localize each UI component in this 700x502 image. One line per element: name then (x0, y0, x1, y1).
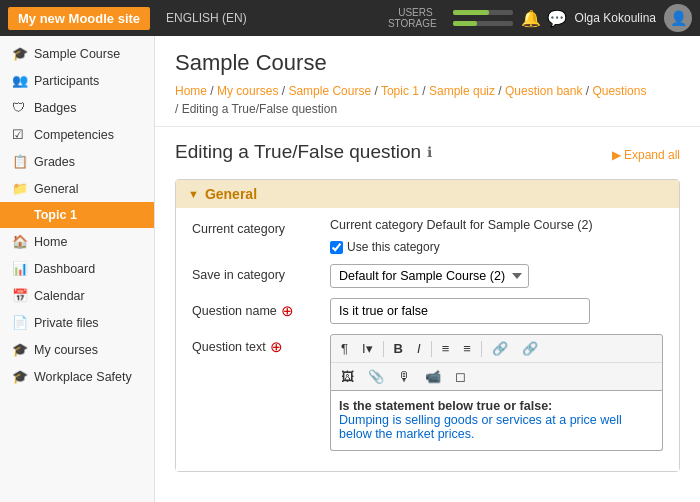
sidebar-item-label: Private files (34, 316, 99, 330)
sidebar: 🎓 Sample Course 👥 Participants 🛡 Badges … (0, 36, 155, 502)
sidebar-item-grades[interactable]: 📋 Grades (0, 148, 154, 175)
main-content: Sample Course Home / My courses / Sample… (155, 36, 700, 502)
save-in-category-select[interactable]: Default for Sample Course (2) (330, 264, 529, 288)
sidebar-item-label: Sample Course (34, 47, 120, 61)
toolbar-sep2 (431, 341, 432, 357)
general-section-header[interactable]: ▼ General (176, 180, 679, 208)
sidebar-item-label: Dashboard (34, 262, 95, 276)
question-text-label: Question text ⊕ (192, 334, 322, 356)
general-section-label: General (205, 186, 257, 202)
toolbar-bold-btn[interactable]: B (388, 338, 409, 359)
toolbar-ul-btn[interactable]: ≡ (436, 338, 456, 359)
sidebar-item-participants[interactable]: 👥 Participants (0, 67, 154, 94)
user-avatar[interactable]: 👤 (664, 4, 692, 32)
general-section: ▼ General Current category Current categ… (175, 179, 680, 472)
storage-progress-fill (453, 21, 477, 26)
sidebar-item-label: Grades (34, 155, 75, 169)
sidebar-item-general[interactable]: 📁 General (0, 175, 154, 202)
breadcrumb-home[interactable]: Home (175, 84, 207, 98)
users-progress-fill (453, 10, 489, 15)
breadcrumb-mycourses[interactable]: My courses (217, 84, 278, 98)
breadcrumb-samplecourse[interactable]: Sample Course (288, 84, 371, 98)
question-name-control (330, 298, 663, 324)
use-this-category-label[interactable]: Use this category (330, 240, 440, 254)
sidebar-item-my-courses[interactable]: 🎓 My courses (0, 336, 154, 363)
toolbar-audio-btn[interactable]: 🎙 (392, 366, 417, 387)
toolbar-italic-btn[interactable]: I (411, 338, 427, 359)
toolbar-link-btn[interactable]: 🔗 (486, 338, 514, 359)
toolbar-image-btn[interactable]: 🖼 (335, 366, 360, 387)
competencies-icon: ☑ (12, 127, 28, 142)
save-in-category-control: Default for Sample Course (2) (330, 264, 663, 288)
badges-icon: 🛡 (12, 100, 28, 115)
sidebar-item-dashboard[interactable]: 📊 Dashboard (0, 255, 154, 282)
sidebar-item-competencies[interactable]: ☑ Competencies (0, 121, 154, 148)
section-heading: Editing a True/False question ℹ (175, 141, 432, 163)
question-name-input[interactable] (330, 298, 590, 324)
sidebar-item-label: My courses (34, 343, 98, 357)
question-name-row: Question name ⊕ (192, 298, 663, 324)
required-icon-2: ⊕ (270, 338, 283, 356)
notification-bell-icon[interactable]: 🔔 (521, 9, 541, 28)
collapse-icon: ▼ (188, 188, 199, 200)
save-in-category-label: Save in category (192, 264, 322, 282)
sidebar-item-label: General (34, 182, 78, 196)
users-progress-bar (453, 10, 513, 15)
private-files-icon: 📄 (12, 315, 28, 330)
top-nav: My new Moodle site ENGLISH (EN) USERS ST… (0, 0, 700, 36)
current-category-control: Current category Default for Sample Cour… (330, 218, 663, 254)
workplace-safety-icon: 🎓 (12, 369, 28, 384)
my-courses-icon: 🎓 (12, 342, 28, 357)
sidebar-item-sample-course[interactable]: 🎓 Sample Course (0, 40, 154, 67)
editor-toolbar-row1: ¶ I▾ B I ≡ ≡ 🔗 � (331, 335, 662, 363)
breadcrumb-samplequiz[interactable]: Sample quiz (429, 84, 495, 98)
main-layout: 🎓 Sample Course 👥 Participants 🛡 Badges … (0, 36, 700, 502)
top-nav-icons: 🔔 💬 (521, 9, 567, 28)
toolbar-format-btn[interactable]: I▾ (356, 338, 379, 359)
toolbar-attach-btn[interactable]: 📎 (362, 366, 390, 387)
sidebar-item-calendar[interactable]: 📅 Calendar (0, 282, 154, 309)
page-header: Sample Course Home / My courses / Sample… (155, 36, 700, 127)
participants-icon: 👥 (12, 73, 28, 88)
current-category-label: Current category (192, 218, 322, 236)
toolbar-sep3 (481, 341, 482, 357)
language-selector[interactable]: ENGLISH (EN) (166, 11, 247, 25)
breadcrumb-questions[interactable]: Questions (592, 84, 646, 98)
breadcrumb-editing: / Editing a True/False question (175, 102, 337, 116)
required-icon: ⊕ (281, 302, 294, 320)
users-label: USERS (398, 7, 432, 18)
sidebar-item-badges[interactable]: 🛡 Badges (0, 94, 154, 121)
question-text-editor: ¶ I▾ B I ≡ ≡ 🔗 � (330, 334, 663, 451)
message-icon[interactable]: 💬 (547, 9, 567, 28)
toolbar-embed-btn[interactable]: ◻ (449, 366, 472, 387)
editor-body-text: Dumping is selling goods or services at … (339, 413, 654, 441)
sidebar-item-label: Competencies (34, 128, 114, 142)
username-label[interactable]: Olga Kokoulina (575, 11, 656, 25)
current-category-row: Current category Current category Defaul… (192, 218, 663, 254)
expand-all-link[interactable]: Expand all (624, 148, 680, 162)
sidebar-item-topic1[interactable]: Topic 1 (0, 202, 154, 228)
toolbar-video-btn[interactable]: 📹 (419, 366, 447, 387)
sidebar-item-workplace-safety[interactable]: 🎓 Workplace Safety (0, 363, 154, 390)
editor-content-area[interactable]: Is the statement below true or false: Du… (330, 391, 663, 451)
use-this-category-checkbox[interactable] (330, 241, 343, 254)
sidebar-item-private-files[interactable]: 📄 Private files (0, 309, 154, 336)
breadcrumb-topic1[interactable]: Topic 1 (381, 84, 419, 98)
breadcrumb-questionbank[interactable]: Question bank (505, 84, 582, 98)
users-storage-info: USERS STORAGE (388, 7, 513, 29)
question-name-label: Question name ⊕ (192, 298, 322, 320)
sidebar-item-home[interactable]: 🏠 Home (0, 228, 154, 255)
brand-logo[interactable]: My new Moodle site (8, 7, 150, 30)
current-category-text: Current category Default for Sample Cour… (330, 218, 593, 232)
home-icon: 🏠 (12, 234, 28, 249)
toolbar-ol-btn[interactable]: ≡ (457, 338, 477, 359)
toolbar-unlink-btn[interactable]: 🔗 (516, 338, 544, 359)
calendar-icon: 📅 (12, 288, 28, 303)
sidebar-item-label: Home (34, 235, 67, 249)
section-title-text: Editing a True/False question (175, 141, 421, 163)
toolbar-paragraph-btn[interactable]: ¶ (335, 338, 354, 359)
sidebar-item-label: Badges (34, 101, 76, 115)
page-title: Sample Course (175, 50, 680, 76)
question-text-row: Question text ⊕ ¶ I▾ B I (192, 334, 663, 451)
help-icon[interactable]: ℹ (427, 144, 432, 160)
